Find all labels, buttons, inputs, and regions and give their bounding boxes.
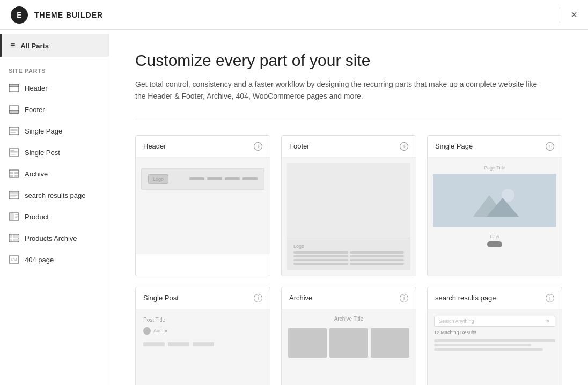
card-header[interactable]: Header i Logo xyxy=(135,135,270,276)
svg-rect-33 xyxy=(16,239,19,241)
card-title: Header xyxy=(143,142,166,150)
app-logo: E xyxy=(11,6,28,24)
404-icon: 404 xyxy=(9,254,19,265)
nav-item xyxy=(189,177,204,180)
nav-item xyxy=(225,177,240,180)
footer-logo: Logo xyxy=(293,243,404,249)
all-parts-label: All Parts xyxy=(20,42,49,50)
card-footer[interactable]: Footer i Logo xyxy=(281,135,416,276)
search-clear-icon: ✕ xyxy=(546,319,550,324)
info-icon[interactable]: i xyxy=(546,294,554,302)
svg-rect-31 xyxy=(10,239,12,241)
sidebar-item-single-post[interactable]: Single Post xyxy=(0,142,109,163)
top-bar: E THEME BUILDER × xyxy=(0,0,588,30)
svg-rect-24 xyxy=(15,214,18,215)
card-archive-bar: Archive i xyxy=(282,287,416,309)
logo-placeholder: Logo xyxy=(148,174,168,184)
page-description: Get total control, consistency and a fas… xyxy=(135,78,543,102)
main-layout: ≡ All Parts SITE PARTS Header Footer Sin… xyxy=(0,30,588,385)
cta-toggle-preview xyxy=(487,241,502,247)
card-single-post[interactable]: Single Post i Post Title Author xyxy=(135,287,270,385)
svg-rect-1 xyxy=(9,84,19,87)
post-line xyxy=(168,342,189,346)
nav-item xyxy=(207,177,222,180)
search-results-icon xyxy=(9,190,19,201)
nav-item xyxy=(242,177,258,180)
svg-rect-25 xyxy=(15,216,18,217)
svg-rect-9 xyxy=(10,150,14,151)
card-search-results-bar: search results page i xyxy=(428,287,562,309)
card-header-bar: Header i xyxy=(136,136,270,158)
sidebar-item-archive[interactable]: Archive xyxy=(0,163,109,184)
info-icon[interactable]: i xyxy=(254,294,262,302)
svg-rect-3 xyxy=(9,110,19,113)
result-line xyxy=(434,339,555,342)
sidebar-item-product[interactable]: Product xyxy=(0,206,109,227)
author-avatar-preview xyxy=(143,327,151,335)
card-preview-single-page: Page Title CTA xyxy=(428,158,562,276)
card-title: search results page xyxy=(435,294,496,302)
card-preview-single-post: Post Title Author xyxy=(136,309,270,385)
top-bar-left: E THEME BUILDER xyxy=(11,6,103,24)
card-title: Footer xyxy=(289,142,310,150)
sidebar-item-all-parts[interactable]: ≡ All Parts xyxy=(0,34,109,57)
svg-rect-21 xyxy=(10,197,16,198)
product-icon xyxy=(9,211,19,222)
info-icon[interactable]: i xyxy=(400,294,408,302)
sidebar-item-footer[interactable]: Footer xyxy=(0,99,109,120)
svg-rect-28 xyxy=(10,235,12,238)
card-single-page-bar: Single Page i xyxy=(428,136,562,158)
info-icon[interactable]: i xyxy=(400,142,408,151)
result-line xyxy=(434,344,531,346)
card-archive[interactable]: Archive i Archive Title xyxy=(281,287,416,385)
svg-rect-5 xyxy=(10,129,18,130)
mountain-illustration xyxy=(468,182,521,219)
card-title: Archive xyxy=(289,294,312,302)
sidebar-item-label: Product xyxy=(25,213,49,221)
card-preview-archive: Archive Title xyxy=(282,309,416,385)
svg-rect-29 xyxy=(13,235,16,238)
result-line xyxy=(434,348,543,351)
svg-rect-12 xyxy=(10,154,16,155)
products-archive-icon xyxy=(9,233,19,243)
svg-rect-15 xyxy=(14,172,18,174)
svg-rect-19 xyxy=(10,192,18,194)
cta-label-preview: CTA xyxy=(490,234,499,239)
header-icon xyxy=(9,83,19,93)
post-line xyxy=(193,342,214,346)
svg-rect-30 xyxy=(16,235,19,238)
site-parts-section-label: SITE PARTS xyxy=(0,63,109,77)
footer-icon xyxy=(9,104,19,115)
card-single-page[interactable]: Single Page i Page Title CTA xyxy=(427,135,562,276)
sidebar-item-label: Archive xyxy=(25,170,48,178)
sidebar-item-search-results[interactable]: search results page xyxy=(0,184,109,206)
svg-rect-32 xyxy=(13,239,16,241)
page-title: Customize every part of your site xyxy=(135,51,562,70)
post-title-preview: Post Title xyxy=(143,317,262,323)
svg-text:404: 404 xyxy=(11,258,17,262)
sidebar: ≡ All Parts SITE PARTS Header Footer Sin… xyxy=(0,30,109,385)
sidebar-item-products-archive[interactable]: Products Archive xyxy=(0,227,109,249)
top-bar-divider xyxy=(560,7,560,23)
results-count-preview: 12 Maching Results xyxy=(434,330,555,335)
single-post-icon xyxy=(9,147,19,158)
single-page-icon xyxy=(9,125,19,136)
svg-rect-26 xyxy=(15,217,17,218)
sidebar-item-single-page[interactable]: Single Page xyxy=(0,120,109,142)
sidebar-item-header[interactable]: Header xyxy=(0,77,109,99)
archive-icon xyxy=(9,168,19,179)
post-line xyxy=(143,342,165,346)
app-title: THEME BUILDER xyxy=(34,11,103,19)
info-icon[interactable]: i xyxy=(546,142,554,151)
card-search-results[interactable]: search results page i Search Anything ✕ … xyxy=(427,287,562,385)
svg-rect-6 xyxy=(10,130,18,131)
info-icon[interactable]: i xyxy=(254,142,262,151)
sidebar-item-404[interactable]: 404 404 page xyxy=(0,249,109,270)
sidebar-item-label: 404 page xyxy=(25,256,54,264)
section-divider xyxy=(135,120,562,120)
close-button[interactable]: × xyxy=(571,9,577,21)
sidebar-item-label: Products Archive xyxy=(25,234,77,242)
svg-rect-14 xyxy=(10,172,13,174)
archive-item xyxy=(288,328,327,358)
menu-icon: ≡ xyxy=(10,41,15,50)
